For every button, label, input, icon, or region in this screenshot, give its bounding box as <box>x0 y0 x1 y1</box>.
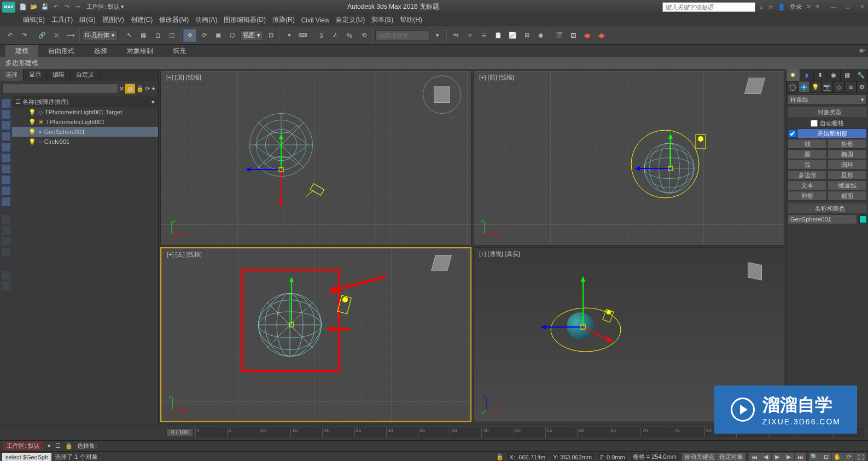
viewport-front[interactable]: [+] [前] [线框] <box>473 71 784 246</box>
viewport-top[interactable]: [+] [顶] [线框] <box>160 71 471 246</box>
redo-button[interactable]: ↷ <box>18 29 31 42</box>
list-item[interactable]: 💡 ● GeoSphere001 <box>12 127 158 137</box>
create-systems-icon[interactable]: ⚙ <box>857 81 868 93</box>
workspace-label[interactable]: 工作区: 默认 <box>3 441 43 451</box>
place-button[interactable]: ⬡ <box>226 29 239 42</box>
filter-shape-icon[interactable] <box>1 120 11 130</box>
highlight-icon[interactable]: ✦ <box>151 85 156 92</box>
lock-icon[interactable]: 🔒 <box>65 442 73 450</box>
filter-space-icon[interactable] <box>1 164 11 174</box>
filter-toggle-icon[interactable]: ▦ <box>125 84 135 94</box>
explorer-tab-select[interactable]: 选择 <box>0 69 24 81</box>
view-cube[interactable] <box>423 75 461 114</box>
lock-icon[interactable]: 🔒 <box>136 85 144 92</box>
filter-geo-icon[interactable] <box>1 109 11 119</box>
rollout-name-color[interactable]: - 名称和颜色 <box>788 203 867 213</box>
layers-button[interactable]: ☰ <box>477 29 491 42</box>
sync-icon[interactable]: ⟳ <box>145 85 150 92</box>
explorer-tab-display[interactable]: 显示 <box>24 69 47 81</box>
menu-group[interactable]: 组(G) <box>76 15 98 25</box>
layers-icon[interactable]: ☰ <box>55 442 61 450</box>
bind-button[interactable]: ⟿ <box>64 29 77 42</box>
ribbon-toggle-icon[interactable]: 👁 <box>855 44 868 57</box>
nav-pan-icon[interactable]: ✋ <box>832 453 843 462</box>
coord-x[interactable]: X: -666.714m <box>507 453 547 462</box>
undo-button[interactable]: ↶ <box>3 29 16 42</box>
viewport-label[interactable]: [+] [透视] [真实] <box>479 250 520 258</box>
new-icon[interactable]: 📄 <box>19 3 27 11</box>
create-helpers-icon[interactable]: ◇ <box>833 81 844 93</box>
nav-orbit-icon[interactable]: ⟳ <box>843 453 854 462</box>
menu-customize[interactable]: 自定义(U) <box>333 15 368 25</box>
snap-angle-button[interactable]: ∠ <box>329 29 342 42</box>
visibility-icon[interactable]: 💡 <box>28 119 36 126</box>
cmd-tab-display[interactable]: ▦ <box>841 69 854 81</box>
select-region-button[interactable]: ◻ <box>151 29 164 42</box>
undo-icon[interactable]: ↶ <box>51 3 60 11</box>
visibility-icon[interactable]: 💡 <box>28 129 36 136</box>
menu-modifiers[interactable]: 修改器(M) <box>156 15 192 25</box>
rotate-button[interactable]: ⟳ <box>197 29 211 42</box>
list-item[interactable]: 💡 ◇ TPhotometricLight001.Target <box>12 107 158 117</box>
ribbon-tab-objectpaint[interactable]: 对象绘制 <box>117 45 163 57</box>
star-icon[interactable]: ☆ <box>768 3 773 10</box>
create-shapes-icon[interactable]: 💠 <box>798 81 809 93</box>
type-arc-button[interactable]: 弧 <box>788 160 827 170</box>
filter-camera-icon[interactable] <box>1 142 11 152</box>
next-frame-icon[interactable]: ▶ <box>783 453 794 462</box>
object-name-input[interactable]: GeoSphere001 <box>788 214 857 224</box>
search-input[interactable] <box>662 2 755 12</box>
frame-indicator[interactable]: 0 / 100 <box>166 428 193 436</box>
exchange-icon[interactable]: ✕ <box>806 3 811 10</box>
move-gizmo[interactable] <box>226 131 336 219</box>
goto-start-icon[interactable]: ⏮ <box>749 453 760 462</box>
window-crossing-button[interactable]: ◫ <box>165 29 178 42</box>
nav-zoom-icon[interactable]: 🔍 <box>809 453 820 462</box>
login-link[interactable]: 登录 <box>790 3 802 11</box>
type-star-button[interactable]: 星形 <box>828 170 867 180</box>
start-new-shape-button[interactable]: 开始新图形 <box>797 129 867 138</box>
chevron-down-icon[interactable]: ▾ <box>48 442 51 450</box>
menu-help[interactable]: 帮助(H) <box>397 15 426 25</box>
named-selection-input[interactable] <box>375 30 430 41</box>
lock-selection-icon[interactable]: 🔒 <box>496 453 504 460</box>
type-ngon-button[interactable]: 多边形 <box>788 170 827 180</box>
mirror-button[interactable]: ⇋ <box>449 29 462 42</box>
pivot-button[interactable]: ⊡ <box>264 29 277 42</box>
menu-animation[interactable]: 动画(A) <box>192 15 220 25</box>
cmd-tab-motion[interactable]: ◉ <box>827 69 841 81</box>
type-section-button[interactable]: 截面 <box>828 191 867 201</box>
maximize-button[interactable]: □ <box>844 3 852 10</box>
goto-end-icon[interactable]: ⏭ <box>795 453 806 462</box>
menu-grapheditors[interactable]: 图形编辑器(D) <box>220 15 269 25</box>
menu-edit[interactable]: 编辑(E) <box>20 15 48 25</box>
scale-button[interactable]: ▣ <box>212 29 225 42</box>
move-gizmo[interactable] <box>534 270 643 368</box>
filter-input[interactable] <box>2 84 118 94</box>
type-ellipse-button[interactable]: 椭圆 <box>828 149 867 159</box>
open-icon[interactable]: 📂 <box>30 3 38 11</box>
ribbon-tab-freeform[interactable]: 自由形式 <box>38 45 84 57</box>
menu-tools[interactable]: 工具(T) <box>48 15 76 25</box>
move-button[interactable]: ✥ <box>183 29 196 42</box>
menu-create[interactable]: 创建(C) <box>127 15 156 25</box>
ribbon-tab-populate[interactable]: 填充 <box>163 45 196 57</box>
filter-bone-icon[interactable] <box>1 175 11 185</box>
filter-all-icon[interactable] <box>1 98 11 108</box>
sub-ribbon-label[interactable]: 多边形建模 <box>5 59 38 68</box>
spinner-snap-button[interactable]: ⟲ <box>357 29 370 42</box>
manipulate-button[interactable]: ✦ <box>282 29 295 42</box>
workspace-dropdown[interactable]: 工作区: 默认 ▾ <box>86 3 124 11</box>
render-setup-button[interactable]: 🎬 <box>552 29 566 42</box>
view-cube[interactable] <box>736 252 774 290</box>
coord-z[interactable]: Z: 0.0mm <box>597 453 627 462</box>
select-name-button[interactable]: ▦ <box>137 29 150 42</box>
play-icon[interactable]: ▶ <box>772 453 783 462</box>
material-editor-button[interactable]: ◉ <box>534 29 547 42</box>
curve-editor-button[interactable]: 📈 <box>506 29 519 42</box>
menu-maxscript[interactable]: 脚本(S) <box>368 15 397 25</box>
display-hidden-icon[interactable] <box>1 225 11 235</box>
viewport-label[interactable]: [+] [左] [线框] <box>167 250 202 259</box>
close-button[interactable]: ✕ <box>858 3 866 10</box>
autogrid-checkbox[interactable] <box>811 120 818 127</box>
